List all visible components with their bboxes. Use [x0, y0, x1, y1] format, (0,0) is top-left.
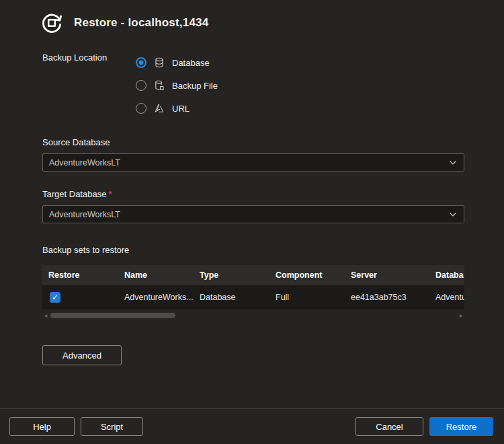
backup-sets-label: Backup sets to restore: [42, 245, 464, 255]
cell-type: Database: [194, 285, 269, 309]
column-header-name: Name: [118, 265, 194, 285]
url-icon: [153, 102, 166, 114]
cell-name: AdventureWorks...: [118, 285, 194, 309]
dialog-content: Backup Location Database: [0, 51, 504, 365]
option-database-label: Database: [172, 58, 210, 68]
cell-server: ee41a3ab75c3: [345, 285, 429, 309]
dialog-title: Restore - localhost,1434: [74, 16, 208, 30]
column-header-type: Type: [194, 265, 269, 285]
dialog-footer: Help Script Cancel Restore: [0, 408, 504, 444]
restore-icon: [38, 9, 65, 36]
cell-database: Adventu...: [429, 285, 464, 309]
option-url-label: URL: [172, 104, 190, 114]
cancel-button[interactable]: Cancel: [355, 417, 423, 436]
radio-database[interactable]: [136, 57, 146, 68]
scrollbar-thumb[interactable]: [50, 313, 175, 318]
option-url[interactable]: URL: [136, 97, 218, 120]
horizontal-scrollbar[interactable]: ◂ ▸: [42, 311, 464, 320]
option-database[interactable]: Database: [136, 51, 218, 74]
radio-backup-file[interactable]: [136, 80, 146, 91]
advanced-button[interactable]: Advanced: [42, 345, 122, 365]
required-marker: *: [108, 189, 112, 199]
table-row: ✓ AdventureWorks... Database Full ee41a3…: [42, 285, 464, 309]
source-database-dropdown[interactable]: AdventureWorksLT: [42, 153, 464, 172]
radio-url[interactable]: [136, 103, 146, 114]
target-database-dropdown[interactable]: AdventureWorksLT: [42, 205, 464, 223]
source-database-value: AdventureWorksLT: [49, 158, 120, 168]
scrollbar-track[interactable]: [50, 313, 456, 318]
restore-checkbox[interactable]: ✓: [50, 292, 60, 303]
cell-restore: ✓: [42, 285, 118, 309]
restore-dialog: Restore - localhost,1434 Backup Location…: [0, 0, 504, 444]
target-database-label: Target Database*: [42, 189, 464, 199]
help-button[interactable]: Help: [9, 417, 75, 436]
option-backup-file-label: Backup File: [172, 81, 218, 91]
column-header-component: Component: [269, 265, 345, 285]
chevron-down-icon: [449, 160, 457, 165]
script-button[interactable]: Script: [81, 417, 143, 436]
column-header-database: Databa: [429, 265, 464, 285]
column-header-restore: Restore: [42, 265, 118, 285]
table-header-row: Restore Name Type Component Server Datab…: [42, 265, 464, 285]
database-icon: [153, 57, 166, 69]
source-database-label: Source Database: [42, 137, 464, 147]
source-database-field: Source Database AdventureWorksLT: [42, 137, 464, 172]
backup-file-icon: [153, 79, 166, 91]
footer-left-group: Help Script: [9, 417, 143, 436]
dialog-header: Restore - localhost,1434: [0, 0, 504, 36]
backup-location-group: Backup Location Database: [42, 51, 464, 120]
cell-component: Full: [269, 285, 345, 309]
chevron-down-icon: [449, 212, 457, 217]
target-database-value: AdventureWorksLT: [49, 210, 120, 219]
restore-button[interactable]: Restore: [429, 417, 493, 436]
target-database-field: Target Database* AdventureWorksLT: [42, 189, 464, 223]
backup-sets-table: Restore Name Type Component Server Datab…: [42, 265, 464, 309]
column-header-server: Server: [345, 265, 429, 285]
scroll-right-arrow-icon[interactable]: ▸: [458, 312, 464, 319]
backup-location-options: Database Backup File: [136, 51, 218, 120]
footer-right-group: Cancel Restore: [355, 417, 493, 436]
backup-location-label: Backup Location: [42, 51, 136, 120]
scroll-left-arrow-icon[interactable]: ◂: [42, 312, 49, 319]
option-backup-file[interactable]: Backup File: [136, 74, 218, 97]
